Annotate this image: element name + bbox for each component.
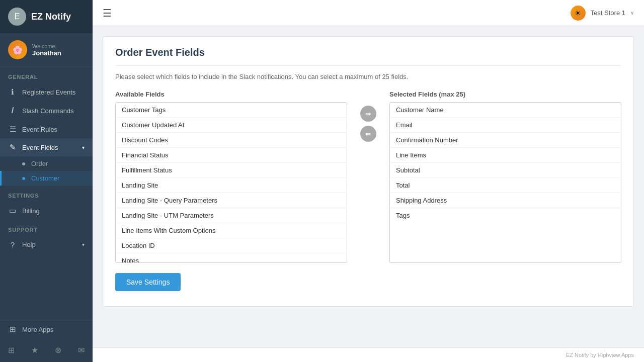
star-icon[interactable]: ★ [27, 343, 42, 357]
edit-icon: ✎ [8, 143, 17, 152]
username: Jonathan [32, 49, 61, 57]
available-field-item[interactable]: Landing Site [116, 178, 347, 193]
available-field-item[interactable]: Notes [116, 253, 347, 263]
topbar: ☰ ☀ Test Store 1 ∨ [93, 0, 644, 26]
avatar: 🌸 [8, 40, 27, 59]
selected-fields-label: Selected Fields (max 25) [389, 90, 621, 98]
sidebar-sub-item-order[interactable]: Order [0, 156, 93, 171]
sidebar-user-info: 🌸 Welcome, Jonathan [0, 33, 93, 67]
sidebar-item-event-fields[interactable]: ✎ Event Fields ▾ [0, 138, 93, 156]
welcome-label: Welcome, [32, 43, 61, 49]
save-settings-button[interactable]: Save Settings [115, 273, 181, 291]
sidebar-logo[interactable]: E EZ Notify [0, 0, 93, 33]
available-fields-list[interactable]: Customer TagsCustomer Updated AtDiscount… [115, 102, 347, 263]
settings-section-label: SETTINGS [0, 186, 93, 202]
sidebar-bottom: ⊞ More Apps ⊞ ★ ⊗ ✉ [0, 320, 93, 362]
topbar-right: ☀ Test Store 1 ∨ [571, 6, 634, 21]
chevron-down-icon: ▾ [82, 242, 85, 247]
sidebar-item-more-apps[interactable]: ⊞ More Apps [0, 320, 93, 338]
sidebar-item-help[interactable]: ? Help ▾ [0, 236, 93, 253]
available-fields-panel: Available Fields Customer TagsCustomer U… [115, 90, 347, 263]
available-field-item[interactable]: Fulfillment Status [116, 163, 347, 178]
support-section-label: SUPPORT [0, 220, 93, 236]
sidebar-item-label: Help [22, 241, 36, 248]
selected-field-item[interactable]: Total [390, 178, 621, 193]
hamburger-menu-icon[interactable]: ☰ [103, 7, 112, 19]
feed-icon[interactable]: ⊗ [51, 343, 65, 357]
sidebar-item-label: Event Fields [22, 144, 58, 151]
sidebar-item-label: Registered Events [22, 88, 75, 96]
sidebar-item-billing[interactable]: ▭ Billing [0, 202, 93, 220]
sidebar-footer-icons: ⊞ ★ ⊗ ✉ [0, 338, 93, 362]
grid-footer-icon[interactable]: ⊞ [4, 343, 19, 357]
page-title: Order Event Fields [115, 47, 621, 66]
app-title: EZ Notify [31, 12, 71, 22]
card-icon: ▭ [8, 206, 17, 215]
available-field-item[interactable]: Financial Status [116, 148, 347, 163]
sidebar-item-label: More Apps [22, 326, 53, 333]
available-fields-label: Available Fields [115, 90, 347, 98]
selected-fields-list[interactable]: Customer NameEmailConfirmation NumberLin… [389, 102, 621, 263]
app-logo-icon: E [8, 8, 26, 26]
selected-field-item[interactable]: Shipping Address [390, 193, 621, 208]
list-icon: ☰ [8, 125, 17, 134]
help-icon: ? [8, 240, 17, 249]
sidebar-sub-item-label: Customer [31, 174, 59, 182]
selected-field-item[interactable]: Confirmation Number [390, 133, 621, 148]
store-icon: ☀ [571, 6, 586, 21]
transfer-left-button[interactable]: ⇐ [360, 126, 376, 142]
store-chevron-icon: ∨ [630, 10, 634, 16]
available-field-item[interactable]: Landing Site - UTM Parameters [116, 208, 347, 223]
selected-field-item[interactable]: Customer Name [390, 103, 621, 118]
sidebar: E EZ Notify 🌸 Welcome, Jonathan GENERAL … [0, 0, 93, 362]
dot-icon [22, 162, 25, 165]
footer-text: EZ Notify by Highview Apps [566, 352, 634, 358]
available-field-item[interactable]: Discount Codes [116, 133, 347, 148]
main-card: Order Event Fields Please select which f… [103, 36, 634, 307]
sidebar-sub-item-label: Order [31, 160, 48, 167]
grid-icon: ⊞ [8, 325, 17, 334]
content-area: Order Event Fields Please select which f… [93, 26, 644, 347]
sidebar-item-event-rules[interactable]: ☰ Event Rules [0, 120, 93, 138]
sidebar-item-registered-events[interactable]: ℹ Registered Events [0, 83, 93, 101]
footer-bar: EZ Notify by Highview Apps [93, 347, 644, 362]
sidebar-item-label: Billing [22, 207, 40, 215]
slash-icon: / [8, 106, 17, 116]
fields-layout: Available Fields Customer TagsCustomer U… [115, 90, 621, 263]
mail-icon[interactable]: ✉ [74, 343, 89, 357]
chevron-down-icon: ▾ [82, 145, 85, 150]
selected-fields-panel: Selected Fields (max 25) Customer NameEm… [389, 90, 621, 263]
page-description: Please select which fields to include in… [115, 73, 621, 80]
sidebar-item-label: Event Rules [22, 126, 57, 133]
store-name[interactable]: Test Store 1 [591, 9, 625, 17]
selected-field-item[interactable]: Subtotal [390, 163, 621, 178]
available-field-item[interactable]: Line Items With Custom Options [116, 223, 347, 238]
available-field-item[interactable]: Customer Updated At [116, 118, 347, 133]
general-section-label: GENERAL [0, 67, 93, 83]
sidebar-item-slash-commands[interactable]: / Slash Commands [0, 101, 93, 120]
available-field-item[interactable]: Customer Tags [116, 103, 347, 118]
selected-field-item[interactable]: Tags [390, 208, 621, 223]
selected-field-item[interactable]: Line Items [390, 148, 621, 163]
transfer-right-button[interactable]: ⇒ [360, 106, 376, 122]
info-icon: ℹ [8, 87, 17, 97]
sidebar-item-label: Slash Commands [22, 107, 74, 115]
available-field-item[interactable]: Landing Site - Query Parameters [116, 193, 347, 208]
dot-icon [22, 177, 25, 180]
main-area: ☰ ☀ Test Store 1 ∨ Order Event Fields Pl… [93, 0, 644, 362]
selected-field-item[interactable]: Email [390, 118, 621, 133]
sidebar-sub-item-customer[interactable]: Customer [0, 171, 93, 186]
transfer-controls: ⇒ ⇐ [355, 106, 381, 142]
available-field-item[interactable]: Location ID [116, 238, 347, 253]
